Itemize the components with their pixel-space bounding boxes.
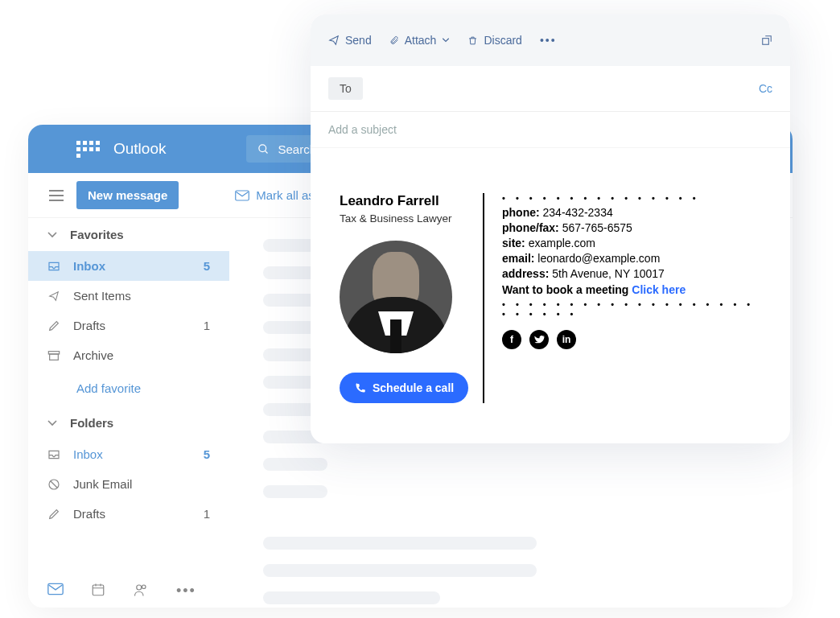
draft-icon <box>47 319 62 332</box>
compose-toolbar: Send Attach Discard ••• <box>311 14 790 66</box>
meeting-link[interactable]: Click here <box>632 283 686 296</box>
popout-icon[interactable] <box>761 35 772 46</box>
app-launcher-icon[interactable] <box>76 141 104 158</box>
fax-line: phone/fax: 567-765-6575 <box>502 221 761 234</box>
attach-button[interactable]: Attach <box>389 34 451 47</box>
signature-right: • • • • • • • • • • • • • • • phone: 234… <box>502 193 761 403</box>
schedule-call-button[interactable]: Schedule a call <box>340 373 468 403</box>
discard-label: Discard <box>484 34 521 47</box>
search-icon <box>257 143 270 155</box>
discard-button[interactable]: Discard <box>467 34 521 47</box>
sidebar-item-label: Inbox <box>73 447 192 461</box>
svg-point-0 <box>259 144 266 151</box>
svg-point-16 <box>142 585 146 589</box>
sidebar-item-drafts[interactable]: Drafts 1 <box>28 311 229 340</box>
inbox-icon <box>47 261 62 272</box>
sidebar-item-count: 5 <box>204 259 210 273</box>
twitter-icon[interactable] <box>529 330 549 349</box>
hamburger-icon[interactable] <box>49 190 64 201</box>
to-button[interactable]: To <box>328 77 363 100</box>
chevron-down-icon <box>47 232 57 238</box>
folder-item-drafts[interactable]: Drafts 1 <box>28 499 229 529</box>
mail-icon[interactable] <box>47 583 64 595</box>
envelope-icon <box>235 190 249 201</box>
svg-rect-5 <box>236 191 249 200</box>
more-icon[interactable]: ••• <box>176 583 196 599</box>
subject-input[interactable]: Add a subject <box>311 112 790 148</box>
inbox-icon <box>47 449 62 460</box>
social-icons: f in <box>502 330 761 349</box>
outlook-footer: ••• <box>47 583 196 599</box>
sidebar: Favorites Inbox 5 Sent Items Drafts 1 Ar… <box>28 218 229 529</box>
compose-window: Send Attach Discard ••• To Cc Add a subj… <box>311 14 790 443</box>
skeleton-bar <box>263 537 537 550</box>
skeleton-bar <box>263 485 327 498</box>
folder-item-inbox[interactable]: Inbox 5 <box>28 439 229 469</box>
sidebar-item-label: Inbox <box>73 259 192 273</box>
new-message-button[interactable]: New message <box>76 181 179 209</box>
attach-icon <box>389 34 399 47</box>
more-icon[interactable]: ••• <box>540 34 557 47</box>
divider-dots: • • • • • • • • • • • • • • • • • • • • … <box>502 299 761 319</box>
skeleton-bar <box>263 458 327 471</box>
folders-label: Folders <box>70 416 113 430</box>
archive-icon <box>47 350 62 361</box>
sidebar-item-count: 1 <box>204 319 210 332</box>
email-line: email: leonardo@example.com <box>502 252 761 265</box>
sidebar-item-label: Archive <box>73 348 210 362</box>
signature-left: Leandro Farrell Tax & Business Lawyer Sc… <box>340 193 475 403</box>
send-label: Send <box>345 34 372 47</box>
sidebar-item-label: Drafts <box>73 319 192 332</box>
schedule-label: Schedule a call <box>373 381 454 394</box>
to-row: To Cc <box>311 66 790 112</box>
sidebar-item-inbox[interactable]: Inbox 5 <box>28 251 229 281</box>
svg-point-15 <box>137 585 142 590</box>
signature-divider <box>483 193 484 403</box>
chevron-down-icon <box>442 38 450 43</box>
people-icon[interactable] <box>133 583 149 597</box>
email-signature: Leandro Farrell Tax & Business Lawyer Sc… <box>311 148 790 443</box>
draft-icon <box>47 508 62 521</box>
svg-rect-3 <box>49 195 64 196</box>
site-line: site: example.com <box>502 237 761 249</box>
linkedin-icon[interactable]: in <box>557 330 576 349</box>
meeting-line: Want to book a meeting Click here <box>502 283 761 296</box>
svg-rect-2 <box>49 190 64 192</box>
skeleton-bar <box>263 564 537 577</box>
svg-rect-11 <box>93 585 104 595</box>
phone-icon <box>354 382 366 394</box>
sidebar-item-count: 5 <box>204 447 210 461</box>
trash-icon <box>467 35 478 47</box>
avatar <box>340 241 452 353</box>
sidebar-item-archive[interactable]: Archive <box>28 340 229 370</box>
svg-rect-4 <box>49 200 64 201</box>
sidebar-item-sent[interactable]: Sent Items <box>28 281 229 311</box>
svg-rect-7 <box>50 354 59 360</box>
favorites-header[interactable]: Favorites <box>28 218 229 251</box>
facebook-icon[interactable]: f <box>502 330 521 349</box>
folders-header[interactable]: Folders <box>28 406 229 439</box>
app-title: Outlook <box>113 140 166 158</box>
attach-label: Attach <box>405 34 437 47</box>
signature-title: Tax & Business Lawyer <box>340 212 475 225</box>
phone-line: phone: 234-432-2334 <box>502 206 761 219</box>
folder-item-junk[interactable]: Junk Email <box>28 469 229 499</box>
skeleton-bar <box>263 591 440 604</box>
sent-icon <box>47 290 62 302</box>
add-favorite-button[interactable]: Add favorite <box>28 370 229 406</box>
svg-rect-17 <box>763 39 769 45</box>
sidebar-item-label: Sent Items <box>73 289 210 303</box>
svg-line-9 <box>51 481 57 488</box>
favorites-label: Favorites <box>70 228 124 241</box>
calendar-icon[interactable] <box>91 583 105 597</box>
junk-icon <box>47 478 62 491</box>
send-button[interactable]: Send <box>328 34 372 47</box>
signature-name: Leandro Farrell <box>340 193 475 209</box>
divider-dots: • • • • • • • • • • • • • • • <box>502 193 761 203</box>
cc-button[interactable]: Cc <box>759 82 772 95</box>
sidebar-item-label: Drafts <box>73 507 192 521</box>
sidebar-item-count: 1 <box>204 507 210 521</box>
send-icon <box>328 35 340 46</box>
chevron-down-icon <box>47 420 57 426</box>
svg-rect-10 <box>48 583 63 594</box>
